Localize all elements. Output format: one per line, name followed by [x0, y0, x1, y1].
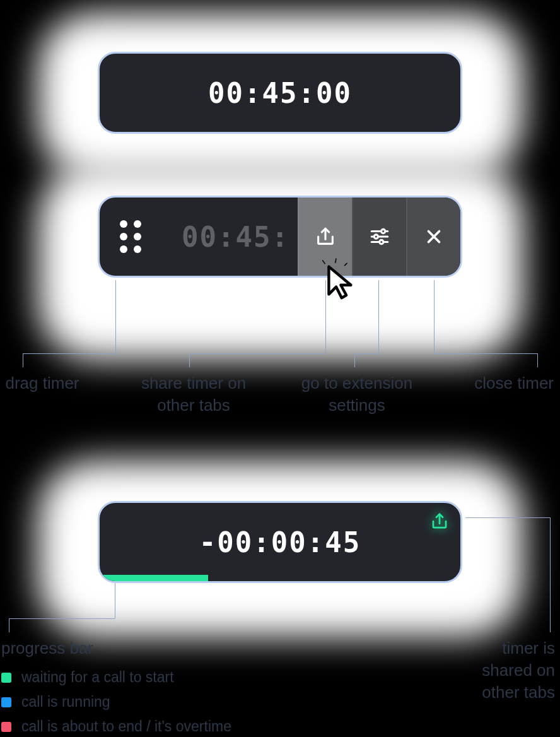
leader-line — [189, 353, 325, 354]
legend-row: waiting for a call to start — [1, 665, 231, 690]
label-drag: drag timer — [1, 372, 83, 394]
progress-legend: waiting for a call to start call is runn… — [1, 665, 231, 737]
leader-line — [115, 280, 116, 353]
share-icon — [315, 226, 336, 247]
leader-line — [465, 517, 550, 518]
share-button[interactable] — [298, 198, 352, 276]
leader-line — [354, 353, 355, 367]
legend-text: call is running — [21, 690, 110, 714]
legend-row: call is running — [1, 690, 231, 714]
svg-point-5 — [380, 240, 383, 244]
label-close: close timer — [472, 372, 554, 394]
leader-line — [378, 280, 379, 353]
swatch-running — [1, 697, 11, 707]
leader-line — [354, 353, 378, 354]
settings-button[interactable] — [352, 198, 406, 276]
timer-display-hover: 00:45: — [182, 198, 289, 276]
leader-line — [23, 353, 115, 354]
close-button[interactable] — [406, 198, 460, 276]
leader-line — [115, 583, 115, 618]
leader-line — [9, 618, 115, 619]
svg-point-4 — [374, 235, 378, 239]
leader-line — [9, 618, 9, 632]
progress-bar — [100, 575, 208, 581]
legend-row: call is about to end / it's overtime — [1, 714, 231, 737]
leader-line — [434, 353, 537, 354]
label-settings: go to extension settings — [281, 372, 433, 416]
close-icon — [423, 226, 445, 247]
sliders-icon — [369, 226, 390, 247]
timer-pill-idle[interactable]: 00:45:00 — [98, 52, 462, 134]
leader-line — [550, 517, 551, 632]
leader-line — [434, 280, 435, 353]
leader-line — [23, 353, 23, 367]
swatch-overtime — [1, 722, 11, 732]
svg-point-3 — [382, 229, 385, 233]
leader-line — [537, 353, 538, 367]
drag-dots-icon — [120, 220, 141, 253]
legend-text: call is about to end / it's overtime — [21, 714, 231, 737]
leader-line — [325, 280, 326, 353]
label-share: share timer on other tabs — [121, 372, 266, 416]
label-progress-title: progress bar — [1, 637, 190, 659]
controls-group — [298, 198, 460, 276]
legend-text: waiting for a call to start — [21, 665, 174, 690]
timer-display-running: -00:00:45 — [100, 503, 460, 581]
timer-pill-running[interactable]: -00:00:45 — [98, 501, 462, 583]
share-active-icon — [430, 512, 449, 531]
label-shared-status: timer is shared on other tabs — [454, 637, 555, 704]
timer-display-idle: 00:45:00 — [100, 54, 460, 132]
drag-handle[interactable] — [114, 198, 148, 276]
swatch-waiting — [1, 673, 11, 683]
leader-line — [189, 353, 190, 367]
timer-pill-hover[interactable]: 00:45: — [98, 196, 462, 278]
